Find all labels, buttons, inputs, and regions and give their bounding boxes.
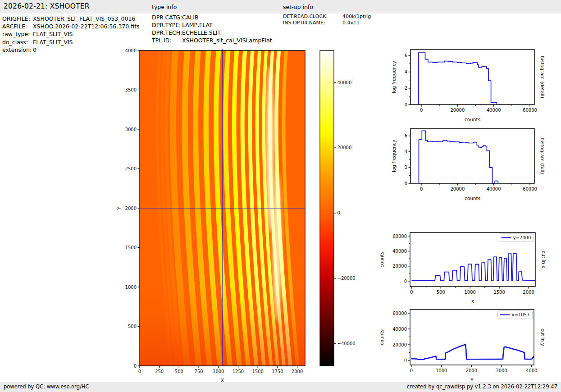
file-info-row: do_class:FLAT_SLIT_VIS xyxy=(2,38,140,46)
tick-label: 1500 xyxy=(252,369,263,374)
cut_x-series xyxy=(411,253,535,281)
tick-label: 2000 xyxy=(125,206,137,211)
field-value: FLAT_SLIT_VIS xyxy=(33,39,73,46)
field-label: raw_type: xyxy=(2,30,33,38)
type-info-title: type info xyxy=(152,4,177,10)
setup-info-title: set-up info xyxy=(283,4,313,10)
tick-label: 40000 xyxy=(392,249,407,254)
axes-frame xyxy=(410,128,534,183)
hist_full-plot: 02000040000600000246countslog frequencyh… xyxy=(391,128,545,201)
field-value: LAMP,FLAT xyxy=(182,22,213,28)
tick-label: 250 xyxy=(155,369,164,374)
tick-label: 20000 xyxy=(450,187,465,191)
legend-label: y=2000 xyxy=(513,235,531,240)
field-label: DET.READ.CLOCK: xyxy=(283,14,342,20)
tick-label: 60000 xyxy=(523,187,537,191)
file-info-row: ARCFILE:XSHOO.2026-02-22T12:06:56.370.fi… xyxy=(2,23,140,30)
field-value: 400k/1pt/lg xyxy=(342,14,371,19)
right-axis-label: cut in y xyxy=(540,328,546,346)
file-info-row: raw_type:FLAT_SLIT_VIS xyxy=(2,30,140,38)
colorbar-tick-label: −40000 xyxy=(338,341,356,346)
setup-info-row: INS.OPTI4.NAME:0.4x11 xyxy=(283,20,371,26)
tick-label: 1500 xyxy=(125,245,137,250)
right-axis-label: histogram (full) xyxy=(540,138,545,174)
x-axis-label: X xyxy=(471,299,474,304)
hist_full-series xyxy=(419,131,498,183)
legend-label: x=1053 xyxy=(512,312,530,317)
field-label: TPL.ID: xyxy=(152,37,182,45)
field-label: do_class: xyxy=(2,38,33,46)
page-title: 2026-02-21: XSHOOTER xyxy=(4,2,90,10)
tick-label: 500 xyxy=(437,290,445,295)
tick-label: 500 xyxy=(175,369,183,374)
tick-label: 60000 xyxy=(392,234,407,239)
tick-label: 40000 xyxy=(487,187,501,191)
hist_detail-plot: 02000040000600000246countslog frequencyh… xyxy=(391,50,545,122)
setup-info-block: DET.READ.CLOCK:400k/1pt/lg INS.OPTI4.NAM… xyxy=(283,14,371,26)
field-label: extension: xyxy=(2,46,33,54)
tick-label: 0 xyxy=(405,102,407,107)
field-label: DPR.CATG: xyxy=(152,14,182,22)
qc-figure: 0250500750100012501500175020000500100015… xyxy=(0,0,561,392)
type-info-row: TPL.ID:XSHOOTER_slt_cal_VISLampFlat xyxy=(152,37,272,45)
colorbar-tick-label: 40000 xyxy=(338,80,352,85)
x-axis-label: counts xyxy=(465,196,480,201)
axes-frame xyxy=(410,50,534,105)
type-info-row: DPR.TYPE:LAMP,FLAT xyxy=(152,22,272,29)
tick-label: 0 xyxy=(404,279,407,284)
field-label: DPR.TYPE: xyxy=(152,22,182,29)
field-value: XSHOO.2026-02-22T12:06:56.370.fits xyxy=(33,23,140,30)
x-axis-label: counts xyxy=(465,117,480,122)
cut_y-series xyxy=(411,345,534,360)
tick-label: 2 xyxy=(405,165,407,170)
tick-label: 1500 xyxy=(493,290,505,295)
tick-label: 1000 xyxy=(464,290,475,295)
y-axis-label: log frequency xyxy=(391,61,397,93)
bright-crest xyxy=(266,66,274,232)
hist_detail-series xyxy=(419,53,497,105)
type-info-block: DPR.CATG:CALIB DPR.TYPE:LAMP,FLAT DPR.TE… xyxy=(152,14,272,45)
footer-left: powered by QC: www.eso.org/HC xyxy=(4,383,89,390)
field-value: XSHOOTER_slt_cal_VISLampFlat xyxy=(182,37,272,44)
field-value: CALIB xyxy=(182,14,199,21)
type-info-row: DPR.CATG:CALIB xyxy=(152,14,272,22)
tick-label: 2 xyxy=(405,86,407,91)
field-value: ECHELLE,SLIT xyxy=(182,29,221,36)
cut_x-plot: 05001000150020000200004000060000Xcountsc… xyxy=(379,232,547,304)
tick-label: 1000 xyxy=(125,285,137,290)
file-info-row: ORIGFILE:XSHOOTER_SLT_FLAT_VIS_053_0016 xyxy=(2,15,140,23)
tick-label: 2500 xyxy=(125,166,137,171)
tick-label: 0 xyxy=(410,368,413,373)
tick-label: 2000 xyxy=(466,368,477,373)
field-label: ARCFILE: xyxy=(2,23,33,30)
right-axis-label: histogram (detail) xyxy=(540,56,545,98)
colorbar-tick-label: 20000 xyxy=(338,145,352,150)
tick-label: 1250 xyxy=(233,369,244,374)
tick-label: 40000 xyxy=(392,327,407,332)
tick-label: 3000 xyxy=(125,127,137,132)
file-info-block: ORIGFILE:XSHOOTER_SLT_FLAT_VIS_053_0016 … xyxy=(2,15,140,54)
tick-label: 4000 xyxy=(526,368,537,373)
tick-label: 750 xyxy=(195,369,203,374)
tick-label: 20000 xyxy=(392,342,407,347)
colorbar-tick-label: 0 xyxy=(338,210,340,215)
tick-label: 500 xyxy=(128,324,137,329)
tick-label: 1000 xyxy=(213,369,224,374)
right-axis-label: cut in x xyxy=(541,251,547,268)
tick-label: 0 xyxy=(134,364,137,369)
colorbar-gradient xyxy=(320,50,334,366)
y-axis-label: Y xyxy=(116,206,122,210)
tick-label: 0 xyxy=(420,187,423,191)
tick-label: 1000 xyxy=(436,368,447,373)
tick-label: 4 xyxy=(405,149,407,154)
tick-label: 40000 xyxy=(487,108,501,113)
file-info-row: extension:0 xyxy=(2,46,140,54)
field-label: DPR.TECH: xyxy=(152,29,182,37)
tick-label: 6 xyxy=(405,53,407,58)
footer-right: created by qc_rawdisp.py v1.2.3 on 2026-… xyxy=(407,383,557,390)
field-value: FLAT_SLIT_VIS xyxy=(33,31,73,37)
tick-label: 6 xyxy=(405,133,407,138)
field-value: 0 xyxy=(33,46,36,53)
tick-label: 1750 xyxy=(272,369,283,374)
y-axis-label: counts xyxy=(379,329,384,345)
